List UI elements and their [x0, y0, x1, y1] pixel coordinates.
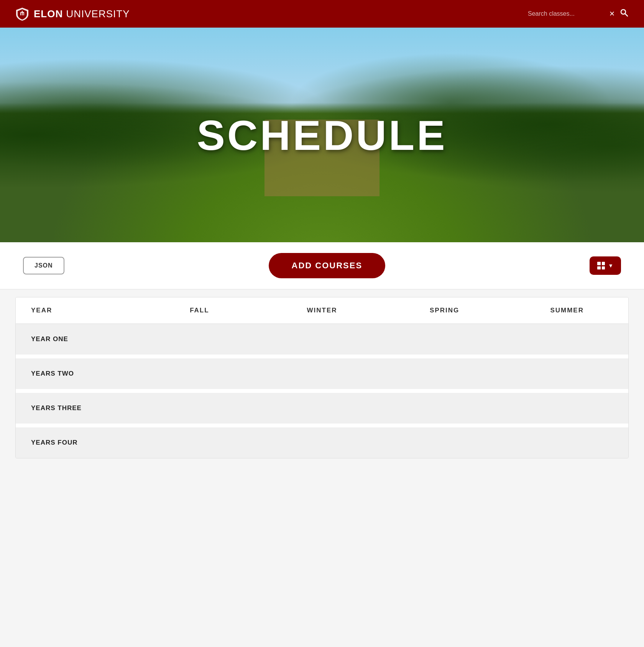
- table-row: YEAR ONE: [16, 324, 628, 358]
- chevron-down-icon: ▼: [608, 263, 613, 269]
- row-label-year-four: YEARS FOUR: [31, 439, 77, 446]
- row-label-year-three: YEARS THREE: [31, 404, 82, 412]
- column-header-summer: SUMMER: [506, 297, 628, 324]
- logo: ELON UNIVERSITY: [15, 7, 130, 21]
- json-button[interactable]: JSON: [23, 257, 64, 274]
- search-input[interactable]: [528, 10, 605, 17]
- column-header-spring: SPRING: [383, 297, 506, 324]
- row-label-year-one: YEAR ONE: [31, 335, 68, 343]
- search-icon[interactable]: [619, 8, 629, 20]
- view-toggle-button[interactable]: ▼: [590, 256, 621, 275]
- column-header-fall: FALL: [138, 297, 261, 324]
- schedule-table: YEAR FALL WINTER SPRING SUMMER YEAR ONE …: [15, 297, 629, 458]
- toolbar: JSON ADD COURSES ▼: [0, 242, 644, 289]
- logo-text: ELON UNIVERSITY: [34, 8, 130, 20]
- table-header: YEAR FALL WINTER SPRING SUMMER: [16, 297, 628, 324]
- row-label-year-two: YEARS TWO: [31, 370, 74, 377]
- grid-view-icon: [597, 262, 605, 269]
- clear-search-icon[interactable]: ✕: [609, 10, 615, 18]
- add-courses-button[interactable]: ADD COURSES: [269, 253, 386, 278]
- search-bar[interactable]: ✕: [528, 8, 629, 20]
- table-row: YEARS FOUR: [16, 427, 628, 458]
- svg-line-1: [625, 14, 628, 16]
- hero-banner: SCHEDULE: [0, 28, 644, 242]
- table-row: YEARS TWO: [16, 358, 628, 393]
- table-row: YEARS THREE: [16, 393, 628, 427]
- page-title: SCHEDULE: [197, 111, 447, 159]
- column-header-year: YEAR: [16, 297, 138, 324]
- column-header-winter: WINTER: [261, 297, 383, 324]
- site-header: ELON UNIVERSITY ✕: [0, 0, 644, 28]
- shield-icon: [15, 7, 29, 21]
